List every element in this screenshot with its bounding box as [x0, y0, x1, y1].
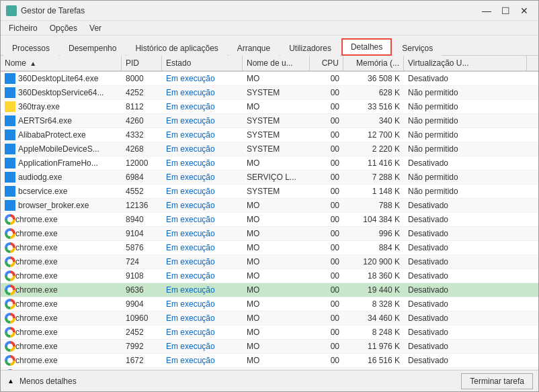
close-button[interactable]: ✕	[515, 4, 533, 17]
process-usuario: MO	[243, 228, 310, 240]
tab-historico[interactable]: Histórico de aplicações	[126, 40, 226, 56]
table-row[interactable]: AERTSr64.exe4260Em execuçãoSYSTEM00340 K…	[1, 114, 538, 128]
menu-ficheiro[interactable]: Ficheiro	[3, 22, 43, 34]
process-name-cell: chrome.exe	[1, 213, 122, 226]
process-name: chrome.exe	[15, 356, 58, 365]
process-name-cell: chrome.exe	[1, 326, 122, 339]
table-row[interactable]: chrome.exe9636Em execuçãoMO0019 440 KDes…	[1, 283, 538, 297]
tab-detalhes[interactable]: Detalhes	[341, 38, 392, 56]
process-usuario: MO	[243, 284, 310, 296]
process-name-cell: 360tray.exe	[1, 100, 122, 113]
col-header-usuario[interactable]: Nome de u...	[243, 56, 310, 70]
col-header-estado[interactable]: Estado	[162, 56, 243, 70]
blue-icon	[5, 73, 15, 84]
process-cpu: 00	[310, 284, 343, 296]
process-virtual: Desativado	[404, 284, 538, 296]
col-header-nome[interactable]: Nome ▲	[1, 56, 122, 70]
chrome-icon	[5, 214, 15, 225]
col-header-pid[interactable]: PID	[122, 56, 162, 70]
table-row[interactable]: 360DesktopLite64.exe8000Em execuçãoMO003…	[1, 72, 538, 86]
process-name: AppleMobileDeviceS...	[18, 144, 99, 154]
process-usuario: MO	[243, 270, 310, 282]
process-pid: 9108	[122, 270, 162, 282]
content-area: Nome ▲ PID Estado Nome de u... CPU Memór…	[1, 56, 538, 370]
col-header-virtual[interactable]: Virtualização U...	[404, 56, 527, 70]
process-name-cell: AppleMobileDeviceS...	[1, 142, 122, 156]
process-estado: Em execução	[162, 256, 243, 268]
tab-arranque[interactable]: Arranque	[229, 40, 279, 56]
menos-detalhes-button[interactable]: Menos detalhes	[19, 377, 77, 386]
menu-ver[interactable]: Ver	[84, 22, 107, 34]
process-usuario: SYSTEM	[243, 129, 310, 141]
menu-opcoes[interactable]: Opções	[44, 22, 83, 34]
blue-icon	[5, 200, 15, 211]
process-name-cell: chrome.exe	[1, 269, 122, 283]
process-name: 360DesktopLite64.exe	[18, 74, 98, 83]
window-title: Gestor de Tarefas	[21, 6, 85, 15]
process-name-cell: audiodg.exe	[1, 170, 122, 184]
table-row[interactable]: AppleMobileDeviceS...4268Em execuçãoSYST…	[1, 142, 538, 156]
minimize-button[interactable]: —	[478, 4, 495, 17]
process-name: chrome.exe	[15, 271, 58, 281]
process-pid: 6984	[122, 171, 162, 183]
table-row[interactable]: chrome.exe9904Em execuçãoMO008 328 KDesa…	[1, 297, 538, 311]
process-name: chrome.exe	[15, 229, 58, 238]
process-virtual: Não permitido	[404, 143, 538, 155]
process-pid: 8112	[122, 101, 162, 113]
process-name: browser_broker.exe	[18, 201, 89, 210]
process-virtual: Não permitido	[404, 129, 538, 141]
table-row[interactable]: chrome.exe10960Em execuçãoMO0034 460 KDe…	[1, 311, 538, 326]
tab-desempenho[interactable]: Desempenho	[60, 40, 125, 56]
table-row[interactable]: chrome.exe7992Em execuçãoMO0011 976 KDes…	[1, 340, 538, 354]
tab-processos[interactable]: Processos	[3, 40, 58, 56]
process-name: chrome.exe	[15, 328, 58, 337]
table-row[interactable]: ApplicationFrameHo...12000Em execuçãoMO0…	[1, 156, 538, 170]
process-usuario: MO	[243, 256, 310, 268]
process-virtual: Não permitido	[404, 171, 538, 183]
table-row[interactable]: chrome.exe8940Em execuçãoMO00104 384 KDe…	[1, 213, 538, 227]
tab-servicos[interactable]: Serviços	[393, 40, 442, 56]
process-memoria: 2 220 K	[343, 143, 404, 155]
process-name-cell: chrome.exe	[1, 297, 122, 311]
process-memoria: 104 384 K	[343, 213, 404, 226]
process-memoria: 36 508 K	[343, 72, 404, 85]
process-estado: Em execução	[162, 228, 243, 240]
table-row[interactable]: browser_broker.exe12136Em execuçãoMO0078…	[1, 199, 538, 213]
process-cpu: 00	[310, 298, 343, 310]
maximize-button[interactable]: ☐	[497, 4, 514, 17]
process-cpu: 00	[310, 199, 343, 211]
blue-icon	[5, 144, 15, 154]
table-row[interactable]: chrome.exe2452Em execuçãoMO008 248 KDesa…	[1, 326, 538, 340]
table-row[interactable]: 360DesktopService64...4252Em execuçãoSYS…	[1, 86, 538, 100]
task-manager-window: Gestor de Tarefas — ☐ ✕ Ficheiro Opções …	[0, 0, 539, 392]
table-row[interactable]: chrome.exe1672Em execuçãoMO0016 516 KDes…	[1, 354, 538, 368]
tab-utilizadores[interactable]: Utilizadores	[280, 40, 340, 56]
table-row[interactable]: chrome.exe9108Em execuçãoMO0018 360 KDes…	[1, 269, 538, 283]
process-cpu: 00	[310, 115, 343, 127]
table-row[interactable]: chrome.exe724Em execuçãoMO00120 900 KDes…	[1, 255, 538, 269]
process-name: 360DesktopService64...	[18, 88, 103, 97]
process-estado: Em execução	[162, 298, 243, 310]
table-header: Nome ▲ PID Estado Nome de u... CPU Memór…	[1, 56, 538, 72]
chevron-up-icon: ▲	[6, 377, 15, 386]
table-row[interactable]: chrome.exe9104Em execuçãoMO00996 KDesati…	[1, 227, 538, 241]
table-row[interactable]: 360tray.exe8112Em execuçãoMO0033 516 KNã…	[1, 100, 538, 114]
col-header-memoria[interactable]: Memória (...	[343, 56, 404, 70]
table-row[interactable]: AlibabaProtect.exe4332Em execuçãoSYSTEM0…	[1, 128, 538, 142]
process-memoria: 8 328 K	[343, 298, 404, 310]
col-header-cpu[interactable]: CPU	[310, 56, 343, 70]
table-body[interactable]: 360DesktopLite64.exe8000Em execuçãoMO003…	[1, 72, 538, 370]
process-usuario: MO	[243, 242, 310, 254]
process-name: chrome.exe	[15, 215, 58, 224]
process-memoria: 8 248 K	[343, 326, 404, 338]
table-row[interactable]: audiodg.exe6984Em execuçãoSERVIÇO L...00…	[1, 170, 538, 185]
table-row[interactable]: bcservice.exe4552Em execuçãoSYSTEM001 14…	[1, 185, 538, 199]
terminar-tarefa-button[interactable]: Terminar tarefa	[461, 373, 533, 389]
table-row[interactable]: chrome.exe5876Em execuçãoMO00884 KDesati…	[1, 241, 538, 255]
process-usuario: MO	[243, 101, 310, 113]
process-cpu: 00	[310, 157, 343, 169]
process-memoria: 18 360 K	[343, 270, 404, 282]
chrome-icon	[5, 285, 15, 295]
process-name: bcservice.exe	[18, 187, 67, 196]
process-pid: 4552	[122, 185, 162, 197]
